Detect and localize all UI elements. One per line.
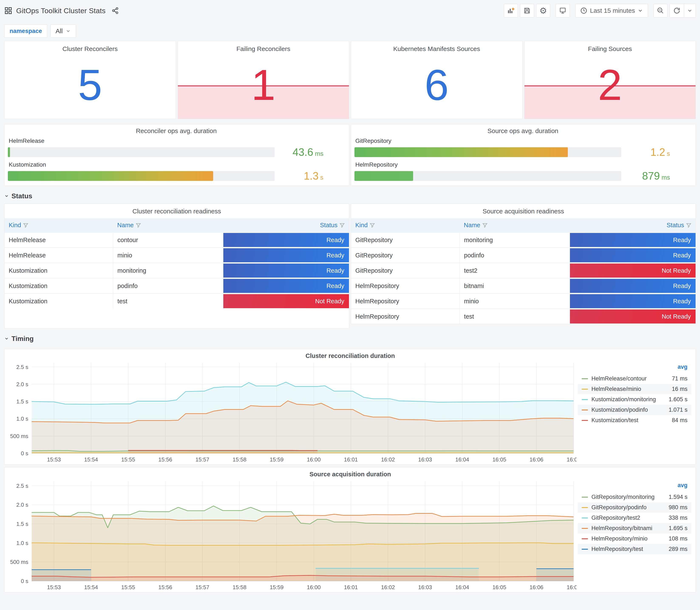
panel-title[interactable]: Source acquisition duration [8,467,693,479]
share-icon[interactable] [112,7,119,14]
table-row: GitRepositorymonitoringReady [351,232,696,247]
panel-title[interactable]: Failing Reconcilers [178,45,349,52]
section-label: Timing [12,335,34,343]
legend-item[interactable]: HelmRelease/contour71 ms [578,373,691,384]
legend-series-avg: 980 ms [669,504,687,511]
legend-item[interactable]: Kustomization/monitoring1.605 s [578,394,691,405]
column-header-name[interactable]: Name [460,218,570,232]
x-axis-tick-label: 16:02 [381,584,395,591]
legend-series-swatch [582,410,588,411]
stat-value: 6 [351,63,522,106]
legend-item[interactable]: HelmRelease/minio16 ms [578,384,691,394]
stat-panel-cluster-reconcilers: Cluster Reconcilers 5 [4,41,176,119]
section-header-status[interactable]: Status [4,188,696,204]
column-header-name[interactable]: Name [113,218,223,232]
variable-namespace-label[interactable]: namespace [4,25,47,38]
variable-name: namespace [10,28,42,34]
legend-avg-header[interactable]: avg [578,364,691,373]
x-axis-tick-label: 15:53 [47,584,61,591]
column-header-kind[interactable]: Kind [4,218,113,232]
panel-title[interactable]: Kubernetes Manifests Sources [351,45,522,52]
panel-title[interactable]: Cluster reconciliation duration [8,349,693,360]
add-panel-button[interactable] [504,4,518,17]
status-badge: Not Ready [570,263,696,277]
zoom-out-button[interactable] [653,4,667,17]
filter-funnel-icon[interactable] [370,223,375,228]
time-range-picker[interactable]: Last 15 minutes [575,4,648,17]
column-header-kind[interactable]: Kind [351,218,460,232]
refresh-button-group [670,4,696,18]
filter-funnel-icon[interactable] [686,223,691,228]
cell-name: monitoring [460,232,570,247]
cell-kind: GitRepository [351,263,460,278]
legend-item[interactable]: HelmRepository/minio108 ms [578,533,691,544]
stats-row: Cluster Reconcilers 5 Failing Reconciler… [4,41,696,119]
panel-title[interactable]: Source ops avg. duration [355,127,691,134]
legend-series-swatch [582,507,588,508]
variable-namespace-value-dropdown[interactable]: All [50,25,76,38]
legend-series-name: HelmRelease/minio [591,386,672,392]
x-axis-tick-label: 15:54 [84,456,98,463]
legend-series-avg: 1.605 s [669,396,687,403]
legend-item[interactable]: GitRepository/test2338 ms [578,513,691,523]
cycle-view-mode-button[interactable] [556,4,570,17]
cell-kind: Kustomization [4,278,113,293]
dashboard-settings-button[interactable]: ⚙ [536,4,550,17]
time-series-plot[interactable]: 0 s500 ms1.0 s1.5 s2.0 s2.5 s15:5315:541… [8,479,576,591]
panel-title[interactable]: Source acquisition readiness [351,204,696,218]
legend-item[interactable]: GitRepository/monitoring1.594 s [578,492,691,502]
panel-title[interactable]: Cluster reconciliation readiness [4,204,349,218]
section-header-timing[interactable]: Timing [4,331,696,346]
table-row: HelmRepositorybitnamiReady [351,278,696,293]
chevron-down-icon [637,8,643,13]
x-axis-tick-label: 15:59 [270,584,283,591]
x-axis-tick-label: 15:57 [196,456,209,463]
legend-series-swatch [582,528,588,529]
panel-title[interactable]: Failing Sources [524,45,696,52]
legend-item[interactable]: HelmRepository/test289 ms [578,544,691,554]
legend-series-avg: 84 ms [672,417,687,423]
legend-series-avg: 71 ms [672,375,687,382]
gauge-value: 1.3s [275,170,345,182]
status-badge: Ready [223,279,349,293]
gauge-value: 879ms [621,170,691,182]
column-header-status[interactable]: Status [570,218,696,232]
legend-item[interactable]: Kustomization/podinfo1.071 s [578,405,691,415]
panel-title[interactable]: Reconciler ops avg. duration [8,127,345,134]
x-axis-tick-label: 16:01 [344,584,358,591]
refresh-button[interactable] [670,4,684,17]
y-axis-tick-label: 1.5 s [16,398,28,405]
table-row: KustomizationtestNot Ready [4,293,349,309]
y-axis-tick-label: 500 ms [10,433,28,439]
cell-name: minio [113,247,223,263]
legend-series-swatch [582,517,588,518]
status-badge: Ready [570,233,696,247]
save-dashboard-button[interactable] [520,4,534,17]
legend-series-name: GitRepository/monitoring [591,494,669,500]
x-axis-tick-label: 15:56 [158,456,172,463]
x-axis-tick-label: 15:54 [84,584,98,591]
gauges-row: Reconciler ops avg. duration HelmRelease… [4,124,696,186]
status-badge: Ready [223,248,349,262]
legend-series-name: HelmRepository/bitnami [591,525,669,532]
table-panel-cluster-reconciliation-readiness: Cluster reconciliation readiness KindNam… [4,204,349,328]
dashboards-grid-icon[interactable] [4,6,12,15]
time-series-plot[interactable]: 0 s500 ms1.0 s1.5 s2.0 s2.5 s15:5315:541… [8,360,576,463]
filter-funnel-icon[interactable] [23,223,28,228]
legend-item[interactable]: HelmRepository/bitnami1.695 s [578,523,691,533]
column-header-status[interactable]: Status [223,218,349,232]
refresh-interval-dropdown[interactable] [684,4,696,17]
y-axis-tick-label: 1.5 s [16,521,28,527]
cell-name: bitnami [460,278,570,293]
gauge-row: HelmRelease 43.6ms [8,138,345,158]
panel-title[interactable]: Cluster Reconcilers [4,45,176,52]
filter-funnel-icon[interactable] [340,223,345,228]
legend-item[interactable]: GitRepository/podinfo980 ms [578,502,691,513]
legend-series-swatch [582,539,588,539]
filter-funnel-icon[interactable] [483,223,488,228]
legend-avg-header[interactable]: avg [578,482,691,492]
chart-legend: avg HelmRelease/contour71 msHelmRelease/… [576,360,691,426]
chevron-down-icon [4,336,9,341]
legend-item[interactable]: Kustomization/test84 ms [578,415,691,426]
filter-funnel-icon[interactable] [136,223,141,228]
